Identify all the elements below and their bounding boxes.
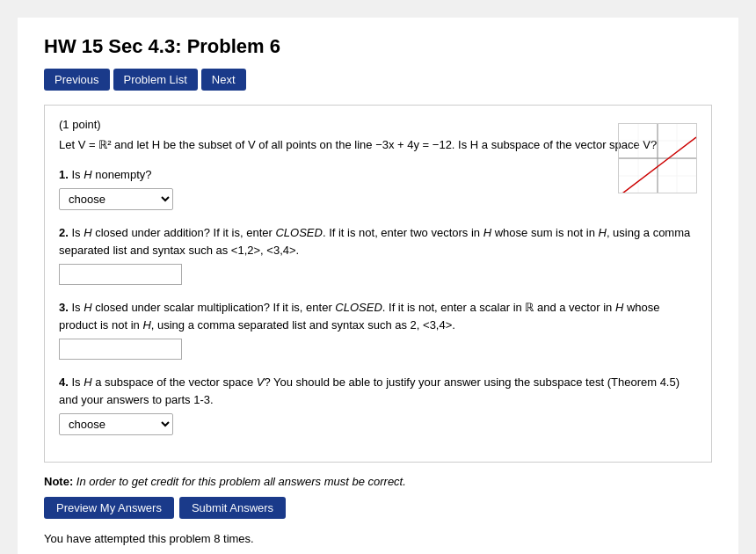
question-2: 2. Is H closed under addition? If it is,… bbox=[59, 224, 697, 285]
question-2-input[interactable] bbox=[59, 264, 182, 285]
point-label: (1 point) bbox=[59, 118, 697, 131]
attempt-line-1: You have attempted this problem 8 times. bbox=[44, 529, 712, 549]
question-3: 3. Is H closed under scalar multiplicati… bbox=[59, 299, 697, 360]
question-3-text: 3. Is H closed under scalar multiplicati… bbox=[59, 299, 697, 333]
question-2-text: 2. Is H closed under addition? If it is,… bbox=[59, 224, 697, 259]
question-4-text: 4. Is H a subspace of the vector space V… bbox=[59, 374, 697, 408]
question-1-select[interactable]: choose Yes No bbox=[59, 188, 173, 210]
question-1: 1. Is H nonempty? choose Yes No bbox=[59, 166, 697, 211]
page-title: HW 15 Sec 4.3: Problem 6 bbox=[44, 35, 712, 58]
note-text: Note: In order to get credit for this pr… bbox=[44, 475, 712, 488]
action-buttons: Preview My Answers Submit Answers bbox=[44, 497, 712, 519]
attempt-line-2: Your overall recorded score is 0%. bbox=[44, 549, 712, 554]
previous-button[interactable]: Previous bbox=[44, 69, 110, 91]
graph-area bbox=[618, 123, 697, 193]
problem-box: (1 point) Let V = ℝ² and let H be the su… bbox=[44, 105, 712, 463]
question-4: 4. Is H a subspace of the vector space V… bbox=[59, 374, 697, 435]
page-container: HW 15 Sec 4.3: Problem 6 Previous Proble… bbox=[18, 18, 738, 554]
attempt-info: You have attempted this problem 8 times.… bbox=[44, 529, 712, 554]
preview-button[interactable]: Preview My Answers bbox=[44, 497, 174, 519]
graph-svg bbox=[619, 124, 696, 193]
question-4-select[interactable]: choose Yes No bbox=[59, 413, 173, 435]
problem-list-button[interactable]: Problem List bbox=[113, 69, 198, 91]
problem-statement: Let V = ℝ² and let H be the subset of V … bbox=[59, 136, 697, 154]
nav-buttons: Previous Problem List Next bbox=[44, 69, 712, 91]
question-1-text: 1. Is H nonempty? bbox=[59, 166, 697, 184]
submit-button[interactable]: Submit Answers bbox=[179, 497, 286, 519]
next-button[interactable]: Next bbox=[201, 69, 246, 91]
question-3-input[interactable] bbox=[59, 339, 182, 360]
